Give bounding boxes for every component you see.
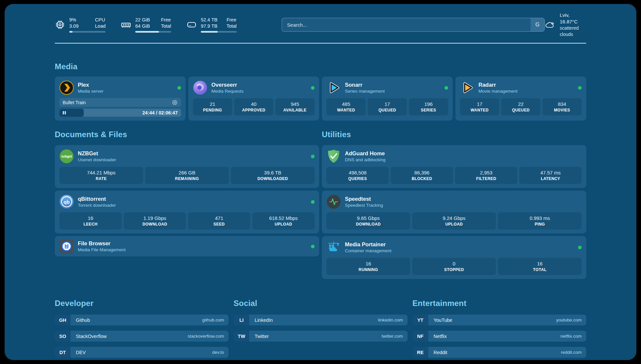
link-github[interactable]: GH Github github.com: [55, 315, 229, 325]
qbittorrent-card[interactable]: qb qBittorrent Torrent downloader 16 LEE…: [55, 191, 319, 233]
disk-free-value: 52.4 TB: [201, 17, 218, 23]
header-bar: 9% 3.09 CPU Load: [55, 12, 586, 38]
link-youtube[interactable]: YT YouTube youtube.com: [412, 315, 586, 325]
playback-progress-bar[interactable]: 24:44 / 02:06:47: [59, 109, 181, 117]
stat-movies: 834 MOVIES: [542, 98, 582, 115]
status-dot: [311, 86, 315, 90]
stat-latency: 47.57 ms LATENCY: [519, 167, 582, 184]
ram-total-label: Total: [161, 23, 171, 29]
media-grid: Plex Media server Bullet Train: [55, 76, 586, 121]
link-url: youtube.com: [556, 318, 582, 322]
adguard-card[interactable]: AdGuard Home DNS and adblocking 498,508 …: [322, 145, 586, 188]
app-subtitle: Container management: [345, 248, 391, 254]
link-linkedin[interactable]: LI LinkedIn linkedin.com: [233, 315, 407, 325]
app-title: Media Portainer: [345, 241, 391, 248]
link-badge: DT: [55, 347, 71, 358]
search-provider-label: G: [535, 22, 539, 28]
cpu-load-label: Load: [95, 23, 106, 29]
stat-upload: 618.52 Mbps UPLOAD: [252, 212, 315, 229]
link-reddit[interactable]: RE Reddit reddit.com: [412, 347, 586, 358]
stat-rate: 744.21 Mbps RATE: [59, 167, 143, 184]
now-playing-row: Bullet Train: [59, 98, 181, 107]
plex-card[interactable]: Plex Media server Bullet Train: [55, 76, 186, 121]
app-title: NZBGet: [78, 150, 116, 157]
section-title-developer: Developer: [55, 299, 229, 308]
app-subtitle: Movie management: [478, 88, 518, 94]
status-dot: [177, 86, 181, 90]
stat-queued: 17 QUEUED: [368, 98, 407, 115]
section-title-documents: Documents & Files: [55, 130, 319, 139]
memory-stat: 22 GiB 64 GiB Free Total: [121, 17, 171, 33]
radarr-icon: [460, 80, 474, 95]
stat-download: 1.19 Gbps DOWNLOAD: [124, 212, 186, 229]
stat-total: 16 TOTAL: [498, 258, 582, 275]
cpu-progress-track: [69, 31, 106, 33]
stat-wanted: 17 WANTED: [460, 98, 499, 115]
link-badge: LI: [233, 315, 249, 325]
portainer-card[interactable]: Media Portainer Container management 16 …: [322, 236, 586, 279]
svg-text:qb: qb: [64, 199, 70, 205]
cpu-load-value: 3.09: [69, 23, 86, 29]
stat-filtered: 2,953 FILTERED: [455, 167, 517, 184]
utilities-column: Utilities AdGuard Home DNS and adblockin…: [322, 130, 586, 279]
search-bar: G: [282, 18, 545, 32]
app-subtitle: Media server: [78, 88, 104, 94]
ram-free-value: 22 GiB: [135, 17, 152, 23]
section-title-utilities: Utilities: [322, 130, 586, 139]
ram-total-value: 64 GiB: [135, 23, 152, 29]
entertainment-links: Entertainment YT YouTube youtube.com NF …: [412, 299, 586, 358]
cpu-progress-fill: [69, 31, 73, 33]
link-badge: SO: [55, 331, 71, 342]
filebrowser-icon: [59, 239, 74, 254]
stat-stopped: 0 STOPPED: [412, 258, 496, 275]
app-subtitle: Media Requests: [211, 88, 244, 94]
nzbget-card[interactable]: nzbget NZBGet Usenet downloader 744.21 M…: [55, 145, 319, 188]
status-dot: [578, 86, 582, 90]
stat-approved: 40 APPROVED: [234, 98, 273, 115]
link-url: linkedin.com: [378, 318, 403, 322]
app-subtitle: Torrent downloader: [78, 202, 116, 208]
link-dev[interactable]: DT DEV dev.to: [55, 347, 229, 358]
overseerr-card[interactable]: Overseerr Media Requests 21 PENDING 40 A…: [188, 76, 319, 121]
app-title: Sonarr: [345, 81, 385, 88]
filebrowser-card[interactable]: File Browser Media File Management: [55, 236, 319, 257]
system-stats: 9% 3.09 CPU Load: [55, 17, 237, 33]
pause-icon[interactable]: [62, 111, 66, 115]
ram-progress-fill: [135, 31, 159, 33]
speedtest-card[interactable]: Speedtest Speedtest Tracking 9.65 Gbps D…: [322, 191, 586, 233]
link-badge: NF: [412, 331, 428, 342]
stat-available: 945 AVAILABLE: [275, 98, 315, 115]
link-url: github.com: [202, 318, 224, 322]
now-playing-title: Bullet Train: [63, 100, 86, 105]
link-url: netflix.com: [560, 334, 582, 339]
stat-ping: 0.993 ms PING: [498, 212, 582, 229]
app-title: Overseerr: [211, 81, 244, 88]
link-url: twitter.com: [382, 334, 403, 339]
app-title: AdGuard Home: [345, 150, 385, 157]
link-twitter[interactable]: TW Twitter twitter.com: [233, 331, 407, 342]
portainer-icon: [326, 240, 341, 255]
search-input[interactable]: [282, 18, 545, 32]
status-dot: [311, 155, 315, 158]
link-name: StackOverflow: [76, 334, 107, 339]
sonarr-card[interactable]: Sonarr Series management 485 WANTED 17 Q…: [322, 76, 453, 121]
app-subtitle: Media File Management: [78, 247, 126, 253]
link-stackoverflow[interactable]: SO StackOverflow stackoverflow.com: [55, 331, 229, 342]
disk-free-label: Free: [227, 17, 237, 23]
app-title: Radarr: [478, 81, 518, 88]
ram-icon: [121, 19, 131, 30]
video-session-icon[interactable]: [172, 100, 178, 106]
playback-time: 24:44 / 02:06:47: [142, 110, 181, 115]
search-provider-button[interactable]: G: [531, 18, 544, 31]
status-dot: [444, 86, 448, 90]
status-dot: [311, 200, 315, 204]
stat-series: 196 SERIES: [409, 98, 448, 115]
plex-icon: [59, 80, 74, 95]
link-netflix[interactable]: NF Netflix netflix.com: [412, 331, 586, 342]
dashboard-panel: 9% 3.09 CPU Load: [5, 4, 636, 360]
link-name: Github: [76, 318, 90, 323]
radarr-card[interactable]: Radarr Movie management 17 WANTED 22 QUE…: [455, 76, 586, 121]
link-badge: RE: [412, 347, 428, 358]
cloud-icon: [545, 19, 555, 30]
weather-widget: Lviv, 16.87°C scattered clouds: [545, 12, 586, 38]
